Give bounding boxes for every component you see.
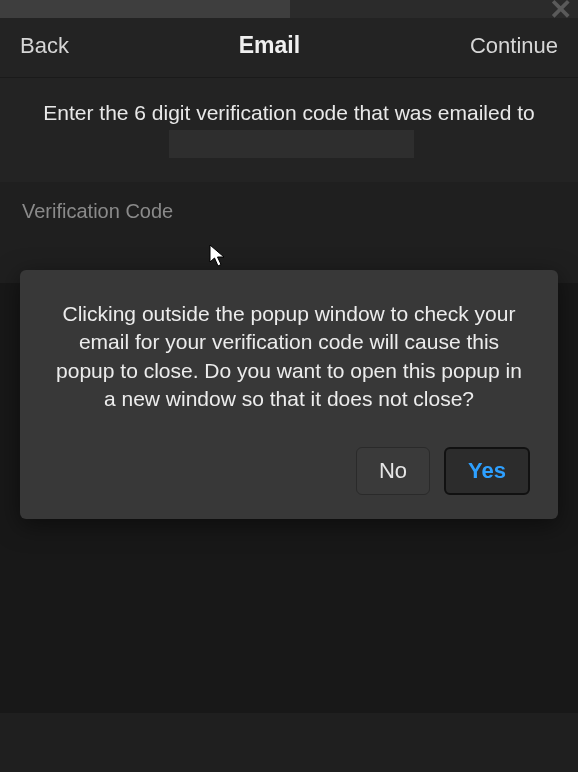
no-button[interactable]: No (356, 447, 430, 495)
app-window: ✕ Back Email Continue Enter the 6 digit … (0, 0, 578, 772)
back-button[interactable]: Back (20, 33, 69, 59)
instruction-prefix: Enter the 6 digit verification code that… (43, 101, 534, 124)
yes-button[interactable]: Yes (444, 447, 530, 495)
page-header: Back Email Continue (0, 18, 578, 77)
confirm-dialog: Clicking outside the popup window to che… (20, 270, 558, 519)
dialog-message: Clicking outside the popup window to che… (48, 300, 530, 413)
page-title: Email (239, 32, 300, 59)
continue-button[interactable]: Continue (470, 33, 558, 59)
dialog-actions: No Yes (48, 447, 530, 495)
titlebar-tab (0, 0, 290, 18)
form-section: Verification Code (0, 182, 578, 283)
instruction-text: Enter the 6 digit verification code that… (0, 77, 578, 182)
close-icon[interactable]: ✕ (549, 0, 572, 24)
redacted-email (169, 130, 414, 158)
verification-code-label: Verification Code (22, 200, 556, 223)
window-titlebar: ✕ (0, 0, 578, 18)
